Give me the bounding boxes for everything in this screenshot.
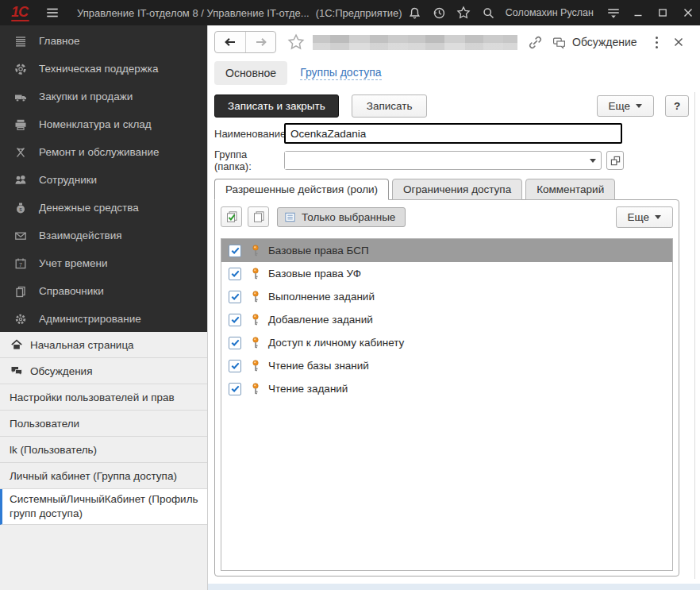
svg-text:s: s [19,206,22,211]
discussion-label: Обсуждение [572,36,637,48]
roles-more-button[interactable]: Еще [616,206,673,228]
save-and-close-button[interactable]: Записать и закрыть [214,94,339,118]
sidebar-item-system-personal-cabinet[interactable]: СистемныйЛичныйКабинет (Профиль групп до… [0,489,207,525]
detail-tabs: Разрешенные действия (роли) Ограничения … [214,179,618,200]
books-icon [13,285,27,298]
role-key-icon [251,314,260,326]
user-name[interactable]: Соломахин Руслан [506,7,594,18]
sidebar-item-references[interactable]: Справочники [0,277,207,305]
main-menu-icon[interactable] [45,6,60,20]
sidebar-item-repair[interactable]: Ремонт и обслуживание [0,138,207,166]
titlebar: 1С Управление IT-отделом 8 / Управление … [0,0,700,25]
history-nav-group [214,31,276,53]
sidebar-item-users[interactable]: Пользователи [0,411,207,437]
form-nav: Основное Группы доступа [214,60,382,86]
tab-comment[interactable]: Комментарий [525,179,615,200]
checkbox-checked[interactable] [229,360,241,372]
favorites-star-icon[interactable] [452,0,476,25]
sidebar-item-purchases-sales[interactable]: Закупки и продажи [0,83,207,110]
checkbox-checked[interactable] [229,268,241,280]
only-selected-toggle[interactable]: Только выбранные [277,207,406,227]
notifications-bell-icon[interactable] [402,0,427,25]
role-key-icon [251,337,260,349]
name-input[interactable] [284,123,622,144]
back-button[interactable] [215,32,245,52]
checkbox-checked[interactable] [229,337,241,349]
sidebar-item-user-settings[interactable]: Настройки пользователей и прав [0,384,207,411]
window-item-label: Начальная страница [30,339,134,351]
save-button[interactable]: Записать [352,94,428,118]
combo-dropdown-icon[interactable] [585,152,601,169]
uncheck-all-button[interactable] [248,206,269,227]
name-field-label: Наименование: [214,128,284,140]
roles-toolbar: Только выбранные Еще [221,206,673,228]
role-key-icon [251,291,260,303]
tab-main[interactable]: Основное [214,61,287,85]
more-button[interactable]: Еще [597,95,654,117]
lifebuoy-icon [13,63,27,75]
more-label: Еще [609,100,630,112]
search-icon[interactable] [476,0,501,25]
tab-access-restrictions[interactable]: Ограничения доступа [392,179,522,200]
sidebar-item-lk-user[interactable]: lk (Пользователь) [0,437,207,463]
discussion-button[interactable]: Обсуждение [552,36,637,49]
role-row[interactable]: Чтение заданий [221,377,672,400]
checkbox-checked[interactable] [229,291,241,303]
sidebar-item-money[interactable]: s Денежные средства [0,194,207,222]
group-combobox [284,151,602,170]
sidebar-item-label: Справочники [39,285,104,297]
checkbox-checked[interactable] [229,383,241,395]
sidebar-item-label: Сотрудники [39,174,97,186]
chevron-down-icon [655,215,661,219]
role-row[interactable]: Базовые права УФ [221,262,672,285]
chevron-down-icon [636,104,642,108]
forward-button[interactable] [245,32,275,52]
sidebar-item-tech-support[interactable]: Техническая поддержка [0,55,207,83]
app-name: (1С:Предприятие) [316,7,402,19]
favorite-star-icon[interactable] [287,33,305,51]
window-item-label: Пользователи [10,418,79,430]
minimize-button[interactable] [626,0,651,25]
sidebar-item-time-tracking[interactable]: 7 Учет времени [0,249,207,277]
tab-allowed-actions[interactable]: Разрешенные действия (роли) [214,179,389,200]
form-header: Обсуждение [214,30,692,54]
close-window-button[interactable] [675,0,700,25]
sidebar-item-personal-cabinet[interactable]: Личный кабинет (Группа доступа) [0,463,207,489]
only-selected-label: Только выбранные [302,211,395,223]
1c-logo: 1С [11,5,28,21]
group-open-button[interactable] [606,151,624,170]
more-actions-icon[interactable] [646,36,667,49]
group-input[interactable] [285,152,585,169]
printer-icon [13,118,27,131]
sidebar-item-label: Взаимодействия [39,229,122,241]
history-icon[interactable] [427,0,452,25]
role-row[interactable]: Чтение базы знаний [221,354,672,377]
service-menu-icon[interactable] [602,0,626,25]
check-all-button[interactable] [221,206,242,227]
command-bar: Записать и закрыть Записать Еще ? [214,94,689,118]
sidebar-item-discussions[interactable]: Обсуждения [0,358,207,384]
sidebar-item-glavnoe[interactable]: Главное [0,27,207,55]
window-item-label: Обсуждения [30,365,92,377]
sidebar-item-interactions[interactable]: Взаимодействия [0,222,207,249]
tab-access-groups[interactable]: Группы доступа [300,66,381,80]
help-button[interactable]: ? [665,95,689,117]
checkbox-checked[interactable] [229,314,241,326]
role-row[interactable]: Добавление заданий [221,308,672,331]
form-window: Обсуждение Основное Группы доступа Запис… [208,25,700,590]
name-field-row: Наименование: [214,122,622,145]
maximize-button[interactable] [651,0,675,25]
sidebar-item-home-page[interactable]: Начальная страница [0,332,207,358]
checkbox-checked[interactable] [229,245,241,257]
role-row[interactable]: Доступ к личному кабинету [221,331,672,354]
role-row[interactable]: Выполнение заданий [221,285,672,308]
sidebar-item-administration[interactable]: Администрирование [0,305,207,333]
link-icon[interactable] [529,36,542,49]
sidebar-item-employees[interactable]: Сотрудники [0,166,207,194]
role-row[interactable]: Базовые права БСП [221,239,672,262]
sidebar-item-label: Денежные средства [39,202,139,214]
redacted-title-block [313,35,517,50]
role-key-icon [251,360,260,372]
sidebar-item-nomenclature[interactable]: Номенклатура и склад [0,110,207,138]
close-form-icon[interactable] [667,37,690,48]
